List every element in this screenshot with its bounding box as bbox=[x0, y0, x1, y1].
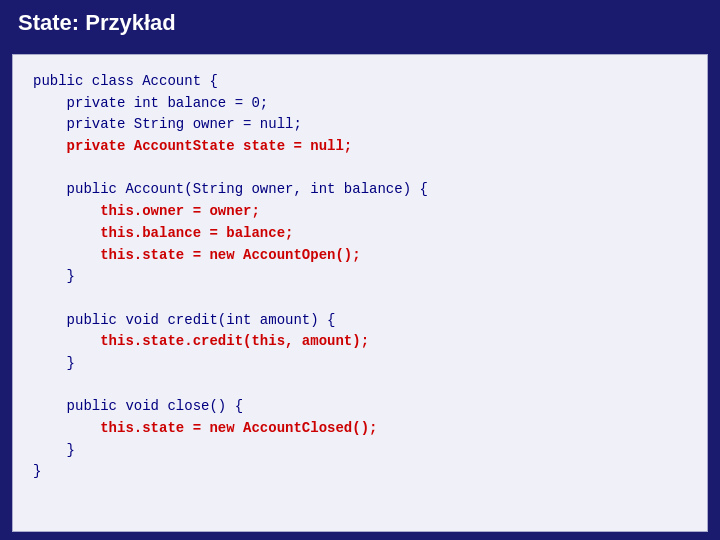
code-line: private int balance = 0; bbox=[33, 93, 687, 115]
code-line: this.state = new AccountOpen(); bbox=[33, 245, 687, 267]
code-line: public Account(String owner, int balance… bbox=[33, 179, 687, 201]
code-line: } bbox=[33, 440, 687, 462]
code-line: this.owner = owner; bbox=[33, 201, 687, 223]
code-blank-line bbox=[33, 288, 687, 310]
code-line: this.state = new AccountClosed(); bbox=[33, 418, 687, 440]
code-line: this.state.credit(this, amount); bbox=[33, 331, 687, 353]
code-line: public class Account { bbox=[33, 71, 687, 93]
code-line: this.balance = balance; bbox=[33, 223, 687, 245]
slide-title: State: Przykład bbox=[18, 10, 176, 36]
code-line: public void credit(int amount) { bbox=[33, 310, 687, 332]
code-line: } bbox=[33, 353, 687, 375]
title-bar: State: Przykład bbox=[0, 0, 720, 46]
code-line: private AccountState state = null; bbox=[33, 136, 687, 158]
code-line: } bbox=[33, 266, 687, 288]
code-line: private String owner = null; bbox=[33, 114, 687, 136]
code-container: public class Account { private int balan… bbox=[12, 54, 708, 532]
code-line: } bbox=[33, 461, 687, 483]
code-blank-line bbox=[33, 158, 687, 180]
code-line: public void close() { bbox=[33, 396, 687, 418]
code-blank-line bbox=[33, 375, 687, 397]
